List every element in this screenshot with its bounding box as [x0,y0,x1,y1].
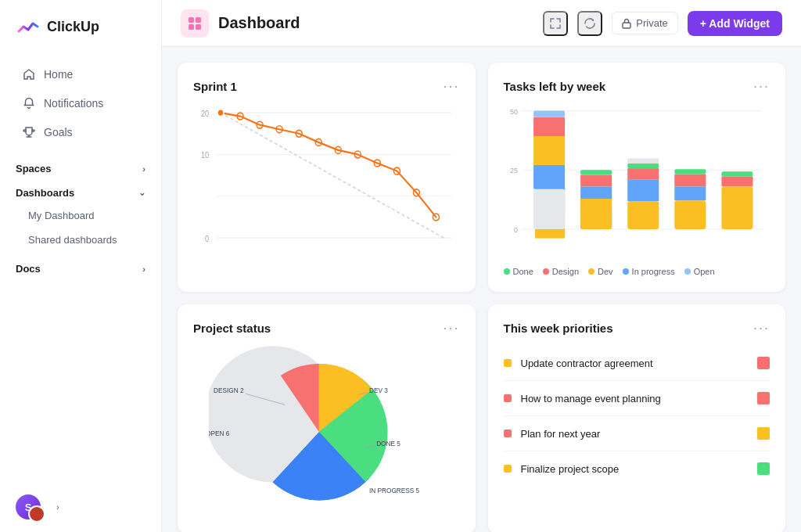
priorities-widget: This week priorities ··· Update contract… [488,304,786,532]
bar-widget-menu[interactable]: ··· [753,78,770,95]
project-status-menu[interactable]: ··· [443,320,459,336]
svg-text:DONE 5: DONE 5 [376,440,400,448]
sidebar-item-my-dashboard[interactable]: My Dashboard [0,203,161,228]
sidebar-item-notifications-label: Notifications [44,97,103,110]
dashboard-grid: Sprint 1 ··· 20 10 0 [162,47,801,532]
svg-rect-40 [533,110,565,117]
priorities-list: Update contractor agreement How to manag… [504,346,770,486]
sidebar-item-goals-label: Goals [44,126,73,138]
spaces-label: Spaces [16,163,52,174]
legend-done: Done [504,267,533,276]
expand-button[interactable] [543,11,568,36]
svg-rect-1 [196,17,201,23]
add-widget-button[interactable]: + Add Widget [688,11,782,36]
priority-flag-0 [757,357,770,369]
svg-rect-2 [189,24,194,30]
user-profile-area[interactable]: S › [0,482,161,532]
private-label: Private [636,17,667,29]
priority-item-0: Update contractor agreement [504,346,770,381]
page-title: Dashboard [218,14,533,32]
sprint-chart: 20 10 0 [193,104,460,261]
header-actions: Private + Add Widget [543,11,782,36]
top-header: Dashboard Private + Add Widget [162,0,801,47]
legend-dev-label: Dev [598,267,613,276]
priority-item-3: Finalize project scope [504,451,770,486]
bar-chart-area: 50 25 0 [504,104,770,261]
priority-dot-3 [504,465,512,473]
main-content: Dashboard Private + Add Widget Sprint 1 … [162,0,801,532]
svg-rect-55 [674,169,706,174]
svg-rect-52 [674,200,706,229]
sidebar-section-dashboards[interactable]: Dashboards ⌄ [0,178,161,202]
priority-text-3: Finalize project scope [521,463,749,475]
project-status-widget: Project status ··· [178,304,476,532]
bar-widget-title: Tasks left by week [504,80,606,93]
refresh-button[interactable] [577,11,602,36]
priorities-header: This week priorities ··· [504,320,770,336]
svg-text:DEV 3: DEV 3 [369,387,388,394]
svg-rect-48 [627,180,659,201]
bell-icon [22,96,36,110]
legend-design-label: Design [552,267,579,276]
bar-chart-widget: Tasks left by week ··· 50 25 0 [488,63,786,292]
svg-rect-38 [533,136,565,165]
legend-open-dot [684,268,691,275]
svg-rect-39 [533,117,565,136]
svg-point-13 [217,110,224,117]
legend-inprogress-label: In progress [632,267,675,276]
sidebar: ClickUp Home Notifications Goals Spaces … [0,0,162,532]
legend-dev-dot [588,268,594,275]
avatar-secondary [28,505,45,523]
sidebar-nav: Home Notifications Goals [0,53,161,153]
priority-flag-1 [757,392,770,404]
legend-design-dot [543,268,549,275]
pie-chart-area: DEV 3 DONE 5 IN PROGRESS 5 OPEN 6 DESIGN… [193,346,460,518]
pie-chart [251,364,387,500]
priority-text-1: How to manage event planning [521,393,749,404]
legend-design: Design [543,267,579,276]
sidebar-section-spaces[interactable]: Spaces › [0,153,161,178]
legend-done-dot [504,268,510,275]
sidebar-item-home-label: Home [44,68,73,81]
legend-inprogress: In progress [623,267,675,276]
logo-text: ClickUp [47,19,99,35]
svg-rect-53 [674,186,706,200]
priority-dot-2 [504,430,512,437]
legend-dev: Dev [588,267,613,276]
svg-rect-51 [627,158,659,163]
spaces-chevron-icon: › [142,164,145,174]
sprint-widget-menu[interactable]: ··· [443,78,459,95]
sidebar-item-notifications[interactable]: Notifications [6,89,155,117]
svg-text:10: 10 [201,150,209,160]
project-status-header: Project status ··· [193,320,460,336]
svg-rect-37 [533,165,565,189]
svg-text:20: 20 [201,109,209,118]
priority-dot-0 [504,359,512,367]
bar-chart-legend: Done Design Dev In progress Open [504,267,770,276]
sidebar-item-shared-dashboards[interactable]: Shared dashboards [0,228,161,252]
priority-dot-1 [504,394,512,402]
legend-open-label: Open [694,267,715,276]
sidebar-item-goals[interactable]: Goals [6,118,155,146]
svg-text:DESIGN 2: DESIGN 2 [214,387,244,394]
priorities-title: This week priorities [504,322,613,335]
dashboards-chevron-icon: ⌄ [138,188,145,198]
priority-item-2: Plan for next year [504,416,770,451]
svg-text:25: 25 [510,167,518,174]
svg-text:0: 0 [205,234,209,243]
svg-rect-0 [189,17,194,23]
svg-rect-54 [674,174,706,186]
sprint-widget: Sprint 1 ··· 20 10 0 [178,63,476,292]
sidebar-dashboards-submenu: My Dashboard Shared dashboards [0,202,161,253]
priorities-menu[interactable]: ··· [753,320,770,336]
svg-rect-57 [721,177,753,187]
sidebar-section-docs[interactable]: Docs › [0,253,161,278]
logo: ClickUp [0,0,161,53]
svg-rect-56 [721,186,753,229]
priority-item-1: How to manage event planning [504,381,770,416]
sidebar-item-home[interactable]: Home [6,60,155,88]
docs-chevron-icon: › [142,264,145,274]
svg-rect-58 [721,171,753,176]
private-toggle[interactable]: Private [612,12,677,34]
sprint-widget-header: Sprint 1 ··· [193,78,460,95]
